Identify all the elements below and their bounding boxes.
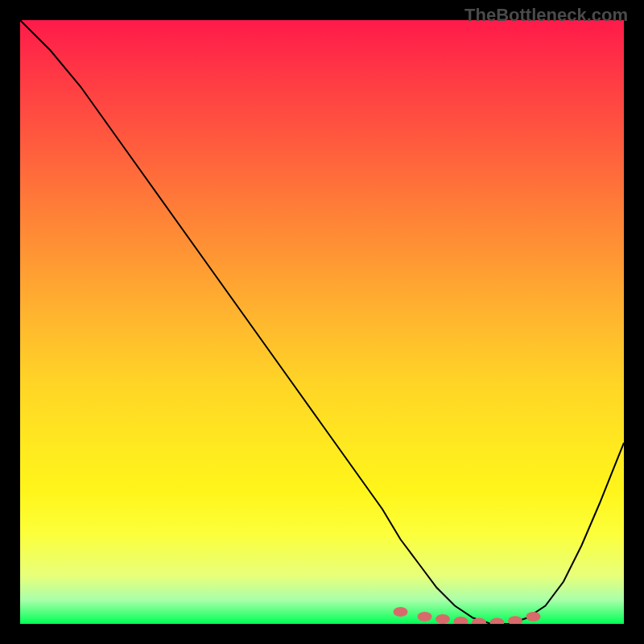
marker-point [508,616,522,624]
marker-point [454,617,469,624]
chart-svg [20,20,624,624]
marker-point [418,612,432,621]
watermark-text: TheBottleneck.com [464,5,628,26]
marker-point [526,612,541,621]
marker-point [436,614,450,624]
marker-point [394,607,408,617]
highlight-markers [394,607,541,624]
plot-area [20,20,624,624]
marker-point [490,618,505,625]
bottleneck-curve [20,20,624,624]
